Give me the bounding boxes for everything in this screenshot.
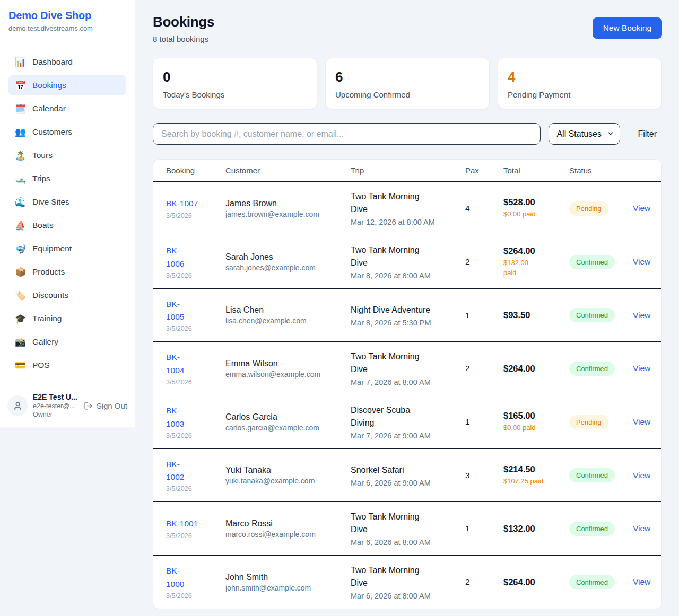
user-email: e2e-tester@... <box>33 402 79 410</box>
booking-id-link[interactable]: BK-1002 <box>166 458 225 483</box>
sign-out-label: Sign Out <box>97 401 127 410</box>
booking-id-link[interactable]: BK-1006 <box>166 244 225 270</box>
status-filter-select[interactable]: All Statuses <box>549 123 620 145</box>
status-badge: Confirmed <box>569 468 615 482</box>
view-link[interactable]: View <box>633 257 650 266</box>
status-cell: Confirmed <box>569 255 633 269</box>
table-row: BK-1004 3/5/2026 Emma Wilson emma.wilson… <box>153 342 661 395</box>
credit-card-icon: 💳 <box>15 361 25 370</box>
trip-name: Two Tank MorningDive <box>351 190 465 216</box>
sidebar-item-bookings[interactable]: 📅 Bookings <box>8 75 126 95</box>
spiral-calendar-icon: 🗓️ <box>15 104 25 113</box>
stat-label: Today's Bookings <box>163 90 307 99</box>
trip-cell: Two Tank MorningDive Mar 6, 2026 at 8:00… <box>351 511 465 547</box>
view-link[interactable]: View <box>633 471 650 480</box>
column-header-booking: Booking <box>166 166 225 175</box>
view-link[interactable]: View <box>633 311 650 320</box>
trip-cell: Discover ScubaDiving Mar 7, 2026 at 9:00… <box>351 404 465 440</box>
booking-id-link[interactable]: BK-1007 <box>166 197 225 210</box>
table-body: BK-1007 3/5/2026 James Brown james.brown… <box>153 182 661 609</box>
total-cell: $93.50 <box>503 310 569 320</box>
view-link[interactable]: View <box>633 364 650 373</box>
stat-value: 6 <box>335 69 480 85</box>
view-link[interactable]: View <box>633 417 650 426</box>
total-cell: $132.00 <box>503 524 569 534</box>
sidebar-item-training[interactable]: 🎓 Training <box>8 309 126 329</box>
table-row: BK-1005 3/5/2026 Lisa Chen lisa.chen@exa… <box>153 289 661 342</box>
wave-icon: 🌊 <box>15 198 25 207</box>
sidebar-item-customers[interactable]: 👥 Customers <box>8 122 126 142</box>
booking-cell: BK-1003 3/5/2026 <box>166 404 225 439</box>
sidebar-item-equipment[interactable]: 🤿 Equipment <box>8 239 126 259</box>
paid-amount: $0.00 paid <box>503 423 569 433</box>
pax-cell: 2 <box>465 257 503 267</box>
people-icon: 👥 <box>15 128 25 137</box>
trip-name: Two Tank MorningDive <box>351 511 465 536</box>
view-link[interactable]: View <box>633 524 650 533</box>
brand-name: Demo Dive Shop <box>8 10 126 22</box>
sidebar-item-dashboard[interactable]: 📊 Dashboard <box>8 52 126 72</box>
sidebar-item-pos[interactable]: 💳 POS <box>8 355 126 375</box>
sign-out-button[interactable]: Sign Out <box>84 401 127 410</box>
trip-name: Two Tank MorningDive <box>351 350 465 376</box>
motor-boat-icon: 🛥️ <box>15 174 25 183</box>
customer-cell: John Smith john.smith@example.com <box>225 573 351 592</box>
pax-cell: 1 <box>465 524 503 533</box>
customer-name: Carlos Garcia <box>225 412 351 422</box>
booking-id-link[interactable]: BK-1001 <box>166 517 225 530</box>
page-title: Bookings <box>153 14 214 30</box>
sidebar-item-calendar[interactable]: 🗓️ Calendar <box>8 99 126 119</box>
booking-id-link[interactable]: BK-1000 <box>166 565 225 590</box>
filter-button[interactable]: Filter <box>628 129 662 139</box>
user-role: Owner <box>33 411 79 418</box>
booking-date: 3/5/2026 <box>166 272 225 279</box>
stat-label: Pending Payment <box>508 90 652 99</box>
column-header-total: Total <box>503 166 569 175</box>
sailboat-icon: ⛵ <box>15 221 25 230</box>
sidebar-item-dive-sites[interactable]: 🌊 Dive Sites <box>8 192 126 212</box>
booking-date: 3/5/2026 <box>166 379 225 386</box>
sidebar-item-discounts[interactable]: 🏷️ Discounts <box>8 285 126 305</box>
booking-id-link[interactable]: BK-1004 <box>166 351 225 376</box>
column-header-pax: Pax <box>465 166 503 175</box>
label-tag-icon: 🏷️ <box>15 291 25 300</box>
paid-amount: $107.25 paid <box>503 477 569 487</box>
brand: Demo Dive Shop demo.test.divestreams.com <box>0 0 135 41</box>
total-amount: $214.50 <box>503 464 569 474</box>
trip-datetime: Mar 8, 2026 at 5:30 PM <box>351 319 465 327</box>
customer-email: john.smith@example.com <box>225 584 351 592</box>
trip-cell: Two Tank MorningDive Mar 8, 2026 at 8:00… <box>351 244 465 280</box>
customer-name: Lisa Chen <box>225 305 351 315</box>
view-link[interactable]: View <box>633 204 650 213</box>
booking-id-link[interactable]: BK-1003 <box>166 404 225 430</box>
booking-cell: BK-1004 3/5/2026 <box>166 351 225 385</box>
total-amount: $165.00 <box>503 411 569 421</box>
column-header-status: Status <box>569 166 633 175</box>
avatar <box>7 395 28 416</box>
table-row: BK-1003 3/5/2026 Carlos Garcia carlos.ga… <box>153 395 661 449</box>
status-badge: Pending <box>569 201 608 216</box>
sidebar-item-boats[interactable]: ⛵ Boats <box>8 215 126 235</box>
sidebar-item-tours[interactable]: 🏝️ Tours <box>8 145 126 165</box>
booking-cell: BK-1001 3/5/2026 <box>166 517 225 539</box>
status-cell: Pending <box>569 201 633 216</box>
total-amount: $264.00 <box>503 364 569 374</box>
status-badge: Confirmed <box>569 575 615 589</box>
sidebar-item-gallery[interactable]: 📸 Gallery <box>8 332 126 352</box>
main-content: Bookings 8 total bookings New Booking 0 … <box>135 0 679 616</box>
status-badge: Confirmed <box>569 255 615 269</box>
new-booking-button[interactable]: New Booking <box>593 17 662 39</box>
stat-card-pending-payment: 4 Pending Payment <box>498 58 662 109</box>
sidebar-item-products[interactable]: 📦 Products <box>8 262 126 282</box>
sidebar-item-trips[interactable]: 🛥️ Trips <box>8 169 126 189</box>
status-badge: Pending <box>569 415 608 429</box>
search-input[interactable] <box>153 123 541 145</box>
booking-id-link[interactable]: BK-1005 <box>166 298 225 323</box>
total-amount: $132.00 <box>503 524 569 534</box>
view-cell: View <box>633 257 650 267</box>
sidebar: Demo Dive Shop demo.test.divestreams.com… <box>0 0 135 427</box>
view-link[interactable]: View <box>633 577 650 586</box>
user-section: E2E Test U... e2e-tester@... Owner Sign … <box>0 385 135 427</box>
booking-cell: BK-1006 3/5/2026 <box>166 244 225 279</box>
trip-datetime: Mar 8, 2026 at 8:00 AM <box>351 271 465 280</box>
